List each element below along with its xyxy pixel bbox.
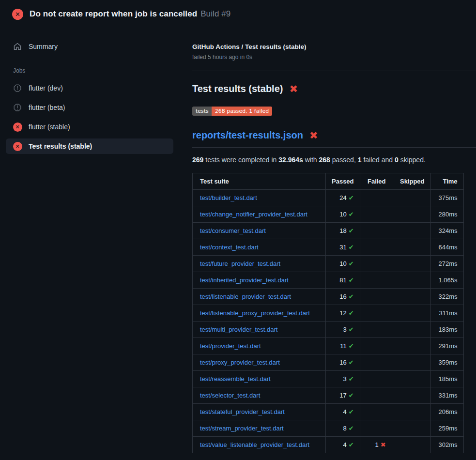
summary-text: passed, (330, 156, 358, 164)
failed-count: 1 (375, 441, 378, 448)
passed-count-cell: 3✔ (326, 371, 360, 387)
failed-count-cell: 1✖ (360, 437, 392, 453)
passed-count-cell: 4✔ (326, 437, 360, 453)
sidebar-item-flutter-beta[interactable]: flutter (beta) (6, 100, 173, 115)
sidebar-item-label: Test results (stable) (29, 142, 92, 150)
check-icon: ✔ (349, 441, 354, 448)
check-icon: ✔ (349, 309, 354, 317)
check-icon: ✔ (349, 194, 354, 201)
breadcrumb: GitHub Actions / Test results (stable) (192, 43, 476, 50)
cross-icon: ✖ (381, 441, 386, 448)
table-row: test/stateful_provider_test.dart4✔206ms (193, 404, 464, 420)
time-cell: 183ms (430, 322, 463, 338)
test-suite-link[interactable]: test/stateful_provider_test.dart (200, 408, 285, 415)
time-cell: 331ms (430, 387, 463, 404)
failed-count-cell (360, 305, 392, 322)
test-suite-cell: test/listenable_proxy_provider_test.dart (193, 305, 326, 322)
check-icon: ✔ (349, 276, 354, 284)
main-content: GitHub Actions / Test results (stable) f… (180, 27, 476, 453)
test-suite-link[interactable]: test/multi_provider_test.dart (200, 326, 277, 333)
test-suite-link[interactable]: test/inherited_provider_test.dart (200, 276, 289, 284)
table-row: test/listenable_proxy_provider_test.dart… (193, 305, 464, 322)
check-icon: ✔ (349, 244, 354, 251)
test-suite-cell: test/stateful_provider_test.dart (193, 404, 326, 420)
skipped-count-cell (392, 437, 430, 453)
test-suite-link[interactable]: test/change_notifier_provider_test.dart (200, 211, 307, 218)
test-suite-link[interactable]: test/stream_provider_test.dart (200, 425, 284, 432)
passed-count: 8 (343, 425, 346, 432)
passed-count: 4 (343, 408, 346, 415)
time-cell: 302ms (430, 437, 463, 453)
table-row: test/future_provider_test.dart10✔272ms (193, 256, 464, 272)
check-icon: ✔ (349, 425, 354, 432)
test-suite-link[interactable]: test/builder_test.dart (200, 194, 257, 201)
failed-status-icon: ✕ (13, 142, 22, 151)
time-cell: 185ms (430, 371, 463, 387)
skipped-count-cell (392, 305, 430, 322)
column-header: Time (430, 173, 463, 190)
table-row: test/builder_test.dart24✔375ms (193, 190, 464, 206)
passed-count-cell: 24✔ (326, 190, 360, 206)
column-header: Test suite (193, 173, 326, 190)
table-row: test/reassemble_test.dart3✔185ms (193, 371, 464, 387)
test-suite-link[interactable]: test/proxy_provider_test.dart (200, 359, 280, 366)
sidebar-item-test-results-stable[interactable]: ✕Test results (stable) (6, 138, 173, 154)
failed-count-cell (360, 256, 392, 272)
failed-count-cell (360, 420, 392, 437)
sidebar-item-flutter-dev[interactable]: flutter (dev) (6, 80, 173, 96)
sidebar-item-summary[interactable]: Summary (6, 39, 173, 54)
results-summary: 269 tests were completed in 32.964s with… (192, 156, 476, 164)
column-header: Passed (326, 173, 360, 190)
run-header: GitHub Actions / Test results (stable) f… (192, 43, 476, 71)
report-title-link[interactable]: reports/test-results.json ✖ (192, 130, 476, 148)
time-cell: 206ms (430, 404, 463, 420)
skipped-count-cell (392, 404, 430, 420)
time-cell: 311ms (430, 305, 463, 322)
failed-x-icon: ✖ (289, 84, 298, 94)
passed-count-cell: 16✔ (326, 354, 360, 371)
skipped-count-cell (392, 289, 430, 305)
summary-number: 0 (395, 156, 399, 164)
check-icon: ✔ (349, 293, 354, 300)
summary-number: 1 (358, 156, 362, 164)
failed-count-cell (360, 354, 392, 371)
table-row: test/multi_provider_test.dart3✔183ms (193, 322, 464, 338)
test-suite-link[interactable]: test/future_provider_test.dart (200, 260, 280, 267)
tests-badge: tests 268 passed, 1 failed (192, 107, 272, 116)
failed-count-cell (360, 206, 392, 223)
test-suite-cell: test/consumer_test.dart (193, 223, 326, 239)
check-icon: ✔ (349, 392, 354, 399)
test-suite-cell: test/reassemble_test.dart (193, 371, 326, 387)
test-suite-cell: test/stream_provider_test.dart (193, 420, 326, 437)
test-suite-link[interactable]: test/reassemble_test.dart (200, 375, 271, 383)
skipped-count-cell (392, 420, 430, 437)
failed-count-cell (360, 223, 392, 239)
test-suite-link[interactable]: test/listenable_proxy_provider_test.dart (200, 309, 310, 317)
skipped-count-cell (392, 371, 430, 387)
passed-count-cell: 18✔ (326, 223, 360, 239)
test-suite-link[interactable]: test/selector_test.dart (200, 392, 260, 399)
check-icon: ✔ (349, 260, 354, 267)
test-suite-link[interactable]: test/context_test.dart (200, 244, 259, 251)
table-row: test/listenable_provider_test.dart16✔322… (193, 289, 464, 305)
sidebar-item-flutter-stable[interactable]: ✕flutter (stable) (6, 119, 173, 135)
passed-count: 17 (339, 392, 346, 399)
page-title: Do not create report when job is cancell… (30, 9, 230, 19)
passed-count-cell: 8✔ (326, 420, 360, 437)
check-icon: ✔ (349, 359, 354, 366)
time-cell: 375ms (430, 190, 463, 206)
test-suite-link[interactable]: test/listenable_provider_test.dart (200, 293, 291, 300)
test-suite-cell: test/multi_provider_test.dart (193, 322, 326, 338)
failed-status-icon: ✕ (13, 123, 22, 132)
passed-count-cell: 10✔ (326, 206, 360, 223)
failed-count-cell (360, 338, 392, 354)
test-suite-link[interactable]: test/provider_test.dart (200, 342, 261, 350)
failed-count-cell (360, 239, 392, 256)
skipped-count-cell (392, 272, 430, 289)
passed-count: 18 (339, 227, 346, 234)
table-row: test/value_listenable_provider_test.dart… (193, 437, 464, 453)
test-suite-link[interactable]: test/consumer_test.dart (200, 227, 266, 234)
summary-text: tests were completed in (203, 156, 278, 164)
test-suite-link[interactable]: test/value_listenable_provider_test.dart (200, 441, 309, 448)
passed-count-cell: 12✔ (326, 305, 360, 322)
